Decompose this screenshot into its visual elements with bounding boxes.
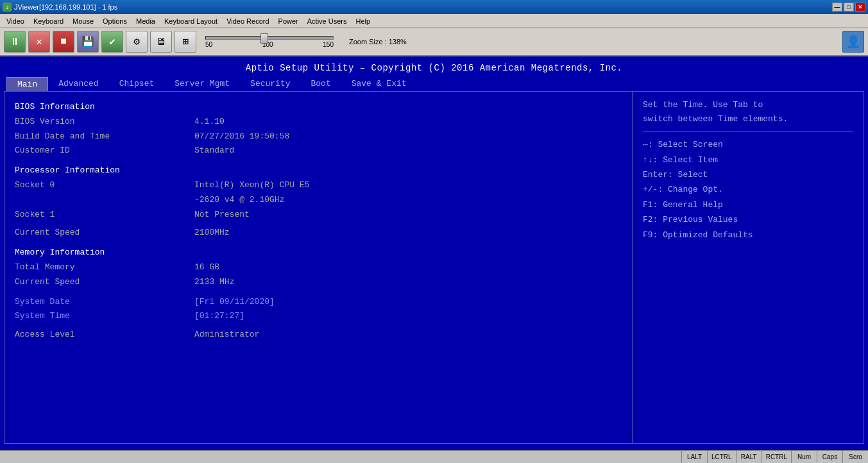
- value-customer-id: Standard: [194, 144, 234, 158]
- bios-row-customer-id: Customer ID Standard: [15, 144, 622, 158]
- label-cpu-speed: Current Speed: [15, 226, 194, 240]
- bios-row-socket0: Socket 0 Intel(R) Xeon(R) CPU E5: [15, 179, 622, 192]
- key-hint-select-screen: ↔: Select Screen: [643, 137, 853, 152]
- tab-server-mgmt[interactable]: Server Mgmt: [164, 77, 240, 91]
- window-title: JViewer[192.168.199.101] - 1 fps: [14, 3, 117, 11]
- screen-button[interactable]: 🖥: [150, 31, 172, 53]
- save-button[interactable]: 💾: [77, 31, 99, 53]
- value-access-level: Administrator: [194, 328, 259, 342]
- bios-title: Aptio Setup Utility – Copyright (C) 2016…: [4, 60, 864, 76]
- titlebar-left: J JViewer[192.168.199.101] - 1 fps: [3, 3, 117, 12]
- value-socket0-cont: -2620 v4 @ 2.10GHz: [194, 194, 284, 207]
- zoom-slider-track[interactable]: [205, 36, 334, 40]
- title-bar: J JViewer[192.168.199.101] - 1 fps — □ ✕: [0, 0, 868, 14]
- menu-keyboard-layout[interactable]: Keyboard Layout: [160, 16, 221, 26]
- value-mem-speed: 2133 MHz: [194, 276, 234, 289]
- value-system-time: [01:27:27]: [194, 310, 244, 323]
- app-icon: J: [3, 3, 12, 12]
- status-lctrl: LCTRL: [707, 451, 736, 463]
- status-num: Num: [791, 451, 817, 463]
- connect-button[interactable]: ✔: [101, 31, 123, 53]
- bios-row-version: BIOS Version 4.1.10: [15, 115, 622, 129]
- tab-advanced[interactable]: Advanced: [48, 77, 108, 91]
- label-socket0: Socket 0: [15, 179, 194, 192]
- label-system-date: System Date: [15, 296, 194, 309]
- key-hint-optimized: F9: Optimized Defaults: [643, 228, 853, 242]
- bios-row-total-mem: Total Memory 16 GB: [15, 261, 622, 274]
- value-total-memory: 16 GB: [194, 261, 219, 274]
- bios-left-panel: BIOS Information BIOS Version 4.1.10 Bui…: [4, 92, 633, 443]
- menu-help[interactable]: Help: [352, 16, 375, 26]
- play-button[interactable]: ⏸: [4, 31, 26, 53]
- bios-row-cpu-speed: Current Speed 2100MHz: [15, 226, 622, 240]
- section-header-processor: Processor Information: [15, 164, 622, 178]
- key-hint-general-help: F1: General Help: [643, 198, 853, 212]
- tab-main[interactable]: Main: [6, 77, 48, 91]
- menu-keyboard[interactable]: Keyboard: [30, 16, 67, 26]
- zoom-size-display: Zoom Size : 138%: [349, 38, 407, 46]
- zoom-label-50: 50: [205, 41, 212, 48]
- minimize-button[interactable]: —: [832, 3, 842, 12]
- label-build-date: Build Date and Time: [15, 130, 194, 144]
- key-hint-change-opt: +/-: Change Opt.: [643, 182, 853, 197]
- bios-divider: [643, 131, 853, 132]
- menu-video-record[interactable]: Video Record: [223, 16, 273, 26]
- settings-button[interactable]: ⚙: [126, 31, 148, 53]
- bios-row-access-level: Access Level Administrator: [15, 328, 622, 342]
- label-socket1: Socket 1: [15, 208, 194, 222]
- menu-active-users[interactable]: Active Users: [303, 16, 351, 26]
- menu-media[interactable]: Media: [132, 16, 159, 26]
- stop-button[interactable]: ✕: [28, 31, 50, 53]
- label-mem-speed: Current Speed: [15, 276, 194, 289]
- profile-icon[interactable]: 👤: [842, 31, 864, 53]
- menu-bar: Video Keyboard Mouse Options Media Keybo…: [0, 14, 868, 28]
- key-hint-select-item: ↑↓: Select Item: [643, 153, 853, 167]
- record-button[interactable]: ■: [53, 31, 74, 53]
- close-button[interactable]: ✕: [855, 3, 865, 12]
- zoom-labels: 50 100 150: [205, 41, 334, 48]
- zoom-slider-thumb[interactable]: [260, 33, 268, 44]
- section-header-bios: BIOS Information: [15, 101, 622, 114]
- bios-row-socket0-cont: -2620 v4 @ 2.10GHz: [15, 194, 622, 207]
- bios-area: Aptio Setup Utility – Copyright (C) 2016…: [0, 56, 868, 450]
- value-bios-version: 4.1.10: [194, 115, 225, 129]
- tab-security[interactable]: Security: [240, 77, 300, 91]
- menu-power[interactable]: Power: [275, 16, 302, 26]
- value-cpu-speed: 2100MHz: [194, 226, 230, 240]
- key-hint-enter: Enter: Select: [643, 167, 853, 182]
- key-hint-prev-values: F2: Previous Values: [643, 212, 853, 227]
- maximize-button[interactable]: □: [844, 3, 854, 12]
- section-header-memory: Memory Information: [15, 246, 622, 260]
- menu-mouse[interactable]: Mouse: [69, 16, 98, 26]
- label-socket0-cont: [15, 194, 194, 207]
- label-total-memory: Total Memory: [15, 261, 194, 274]
- bios-help-text: Set the Time. Use Tab toswitch between T…: [643, 98, 853, 126]
- status-caps: Caps: [817, 451, 842, 463]
- label-access-level: Access Level: [15, 328, 194, 342]
- label-system-time: System Time: [15, 310, 194, 323]
- tab-boot[interactable]: Boot: [301, 77, 341, 91]
- grid-button[interactable]: ⊞: [174, 31, 196, 53]
- value-socket1: Not Present: [194, 208, 250, 222]
- bios-row-mem-speed: Current Speed 2133 MHz: [15, 276, 622, 289]
- bios-row-build-date: Build Date and Time 07/27/2016 19:50:58: [15, 130, 622, 144]
- status-lalt: LALT: [681, 451, 707, 463]
- bios-key-hints: ↔: Select Screen ↑↓: Select Item Enter: …: [643, 137, 853, 242]
- menu-video[interactable]: Video: [3, 16, 28, 26]
- status-bar: LALT LCTRL RALT RCTRL Num Caps Scro: [0, 450, 868, 463]
- status-ralt: RALT: [736, 451, 762, 463]
- zoom-control: 50 100 150: [205, 36, 334, 48]
- tab-chipset[interactable]: Chipset: [109, 77, 165, 91]
- bios-right-panel: Set the Time. Use Tab toswitch between T…: [633, 92, 864, 443]
- titlebar-buttons: — □ ✕: [832, 3, 865, 12]
- value-build-date: 07/27/2016 19:50:58: [194, 130, 289, 144]
- bios-nav: Main Advanced Chipset Server Mgmt Securi…: [4, 76, 864, 91]
- tab-save-exit[interactable]: Save & Exit: [341, 77, 417, 91]
- toolbar: ⏸ ✕ ■ 💾 ✔ ⚙ 🖥 ⊞ 50 100 150 Zoom Size : 1…: [0, 28, 868, 56]
- bios-row-system-time[interactable]: System Time [01:27:27]: [15, 310, 622, 323]
- label-bios-version: BIOS Version: [15, 115, 194, 129]
- menu-options[interactable]: Options: [99, 16, 131, 26]
- status-scro: Scro: [842, 451, 868, 463]
- bios-row-system-date[interactable]: System Date [Fri 09/11/2020]: [15, 296, 622, 309]
- value-socket0: Intel(R) Xeon(R) CPU E5: [194, 179, 309, 192]
